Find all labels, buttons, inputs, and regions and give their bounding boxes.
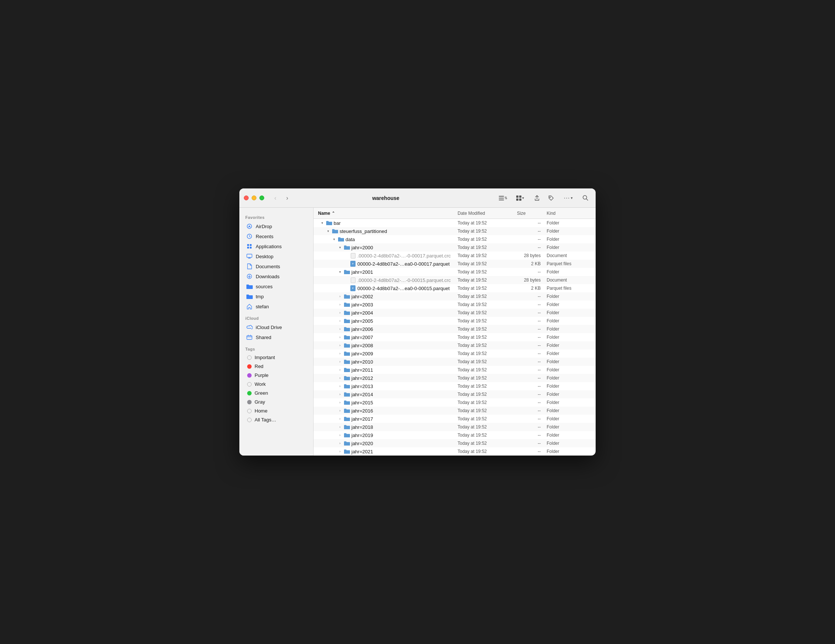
col-kind[interactable]: Kind	[547, 211, 591, 216]
sidebar-item-work[interactable]: Work	[242, 380, 311, 388]
sidebar-item-sources[interactable]: sources	[242, 282, 311, 291]
close-button[interactable]	[244, 196, 249, 200]
table-row[interactable]: › jahr=2018 Today at 19:52 -- Folder	[314, 423, 596, 431]
tag-button[interactable]	[545, 193, 557, 203]
sidebar-item-purple[interactable]: Purple	[242, 371, 311, 380]
table-row[interactable]: ▾ steuerfuss_partitioned Today at 19:52 …	[314, 227, 596, 235]
table-row[interactable]: ▾ data Today at 19:52 -- Folder	[314, 235, 596, 243]
expand-arrow-icon[interactable]: ›	[337, 351, 343, 356]
sidebar-item-recents[interactable]: Recents	[242, 232, 311, 241]
svg-rect-0	[499, 196, 504, 196]
minimize-button[interactable]	[252, 196, 257, 200]
expand-arrow-icon[interactable]: ›	[337, 375, 343, 381]
table-row[interactable]: › jahr=2016 Today at 19:52 -- Folder	[314, 407, 596, 415]
list-view-button[interactable]: ⇅	[497, 193, 509, 203]
col-date[interactable]: Date Modified	[458, 211, 517, 216]
sidebar-item-applications[interactable]: Applications	[242, 242, 311, 251]
table-row[interactable]: › jahr=2015 Today at 19:52 -- Folder	[314, 398, 596, 407]
sidebar-item-shared[interactable]: Shared	[242, 333, 311, 342]
expand-arrow-icon[interactable]: ›	[337, 343, 343, 348]
expand-arrow-icon[interactable]: ▾	[331, 237, 336, 242]
expand-arrow-icon[interactable]: ▾	[337, 245, 343, 250]
table-row[interactable]: › jahr=2017 Today at 19:52 -- Folder	[314, 415, 596, 423]
table-row[interactable]: › jahr=2003 Today at 19:52 -- Folder	[314, 300, 596, 309]
table-row[interactable]: › jahr=2021 Today at 19:52 -- Folder	[314, 448, 596, 456]
col-size[interactable]: Size	[517, 211, 547, 216]
file-name-cell: ▾ jahr=2001	[318, 269, 458, 275]
sidebar-item-stefan[interactable]: stefan	[242, 302, 311, 311]
expand-arrow-icon[interactable]: ›	[337, 359, 343, 364]
table-row[interactable]: ▾ bar Today at 19:52 -- Folder	[314, 219, 596, 227]
file-kind: Folder	[547, 245, 591, 250]
table-row[interactable]: › jahr=2020 Today at 19:52 -- Folder	[314, 439, 596, 448]
expand-arrow-icon[interactable]: ›	[337, 335, 343, 340]
expand-arrow-icon[interactable]: ›	[337, 318, 343, 323]
expand-arrow-icon[interactable]: ›	[337, 294, 343, 299]
sidebar-item-desktop[interactable]: Desktop	[242, 251, 311, 261]
table-row[interactable]: › jahr=2014 Today at 19:52 -- Folder	[314, 390, 596, 398]
table-row[interactable]: › jahr=2006 Today at 19:52 -- Folder	[314, 325, 596, 333]
file-date: Today at 19:52	[458, 318, 517, 323]
table-row[interactable]: › jahr=2005 Today at 19:52 -- Folder	[314, 317, 596, 325]
expand-arrow-icon[interactable]: ›	[337, 310, 343, 315]
expand-arrow-icon[interactable]: ›	[337, 392, 343, 397]
table-row[interactable]: ▾ jahr=2000 Today at 19:52 -- Folder	[314, 243, 596, 251]
expand-arrow-icon[interactable]: ›	[337, 384, 343, 389]
share-button[interactable]	[531, 193, 543, 203]
table-row[interactable]: › jahr=2013 Today at 19:52 -- Folder	[314, 382, 596, 390]
expand-arrow-icon[interactable]: ›	[337, 416, 343, 422]
file-date: Today at 19:52	[458, 286, 517, 291]
sidebar-item-home[interactable]: Home	[242, 407, 311, 415]
column-header: Name ⌃ Date Modified Size Kind	[314, 208, 596, 219]
sidebar-item-all-tags[interactable]: All Tags…	[242, 415, 311, 424]
expand-arrow-icon[interactable]: ›	[337, 449, 343, 454]
file-name-cell: › jahr=2003	[318, 302, 458, 308]
folder-icon	[344, 408, 350, 414]
sidebar-item-downloads[interactable]: Downloads	[242, 271, 311, 281]
sidebar-item-red[interactable]: Red	[242, 362, 311, 371]
table-row[interactable]: .00000-2-4d8b07a2-…-0-00017.parquet.crc …	[314, 251, 596, 260]
sidebar-item-airdrop[interactable]: AirDrop	[242, 221, 311, 231]
expand-arrow-icon[interactable]: ›	[337, 433, 343, 438]
expand-arrow-icon[interactable]: ›	[337, 408, 343, 413]
grid-view-button[interactable]: ▾	[511, 193, 529, 203]
search-button[interactable]	[579, 193, 591, 203]
icloud-header: iCloud	[239, 311, 313, 322]
table-row[interactable]: › jahr=2012 Today at 19:52 -- Folder	[314, 374, 596, 382]
table-row[interactable]: › jahr=2002 Today at 19:52 -- Folder	[314, 292, 596, 300]
expand-arrow-icon[interactable]: ›	[337, 367, 343, 373]
table-row[interactable]: .00000-2-4d8b07a2-…-0-00015.parquet.crc …	[314, 276, 596, 284]
expand-arrow-icon[interactable]: ›	[337, 400, 343, 405]
file-name-cell: › jahr=2013	[318, 383, 458, 389]
file-kind: Folder	[547, 302, 591, 307]
expand-arrow-icon[interactable]: ›	[337, 424, 343, 430]
table-row[interactable]: › jahr=2008 Today at 19:52 -- Folder	[314, 341, 596, 349]
icloud-drive-label: iCloud Drive	[256, 324, 282, 330]
maximize-button[interactable]	[259, 196, 264, 200]
expand-arrow-icon[interactable]: ▾	[337, 269, 343, 274]
sidebar-item-documents[interactable]: Documents	[242, 261, 311, 271]
table-row[interactable]: › jahr=2019 Today at 19:52 -- Folder	[314, 431, 596, 439]
table-row[interactable]: ▾ jahr=2001 Today at 19:52 -- Folder	[314, 268, 596, 276]
expand-arrow-icon[interactable]: ▾	[325, 229, 331, 234]
table-row[interactable]: P 00000-2-4d8b07a2-…ea0-0-00017.parquet …	[314, 260, 596, 268]
more-button[interactable]: ··· ▾	[559, 193, 577, 203]
sidebar-item-icloud-drive[interactable]: iCloud Drive	[242, 322, 311, 332]
expand-arrow-icon[interactable]: ›	[337, 326, 343, 332]
table-row[interactable]: › jahr=2004 Today at 19:52 -- Folder	[314, 309, 596, 317]
expand-arrow-icon[interactable]: ›	[337, 441, 343, 446]
expand-arrow-icon[interactable]: ›	[337, 302, 343, 307]
file-date: Today at 19:52	[458, 408, 517, 413]
sidebar-item-green[interactable]: Green	[242, 389, 311, 397]
expand-arrow-icon[interactable]: ▾	[320, 221, 325, 225]
sidebar-item-gray[interactable]: Gray	[242, 398, 311, 406]
table-row[interactable]: › jahr=2011 Today at 19:52 -- Folder	[314, 366, 596, 374]
table-row[interactable]: P 00000-2-4d8b07a2-…ea0-0-00015.parquet …	[314, 284, 596, 292]
col-name[interactable]: Name ⌃	[318, 211, 458, 216]
desktop-icon	[246, 253, 253, 260]
sidebar-item-important[interactable]: Important	[242, 353, 311, 362]
table-row[interactable]: › jahr=2010 Today at 19:52 -- Folder	[314, 358, 596, 366]
table-row[interactable]: › jahr=2007 Today at 19:52 -- Folder	[314, 333, 596, 341]
table-row[interactable]: › jahr=2009 Today at 19:52 -- Folder	[314, 349, 596, 358]
sidebar-item-tmp[interactable]: tmp	[242, 292, 311, 301]
